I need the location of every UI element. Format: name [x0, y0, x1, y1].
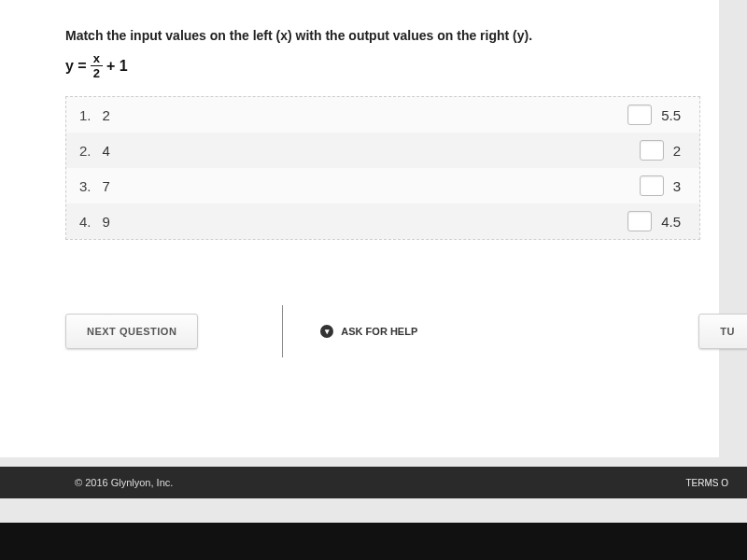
eq-rhs: + 1 [106, 58, 128, 75]
answer-slot[interactable] [640, 175, 664, 196]
input-value: 4 [103, 143, 110, 159]
fraction: x 2 [91, 52, 103, 79]
action-bar: NEXT QUESTION ▾ ASK FOR HELP TU [65, 305, 700, 357]
row-number: 1. [79, 107, 92, 123]
turn-in-button[interactable]: TU [698, 314, 747, 349]
ask-for-help-button[interactable]: ▾ ASK FOR HELP [320, 325, 417, 338]
fraction-numerator: x [91, 52, 103, 66]
input-value: 2 [103, 107, 110, 123]
input-value: 9 [103, 214, 110, 230]
match-table: 1. 2 5.5 2. 4 2 3. 7 [65, 96, 700, 240]
output-value[interactable]: 3 [673, 178, 681, 194]
answer-slot[interactable] [627, 211, 652, 231]
answer-slot[interactable] [627, 105, 652, 125]
next-question-button[interactable]: NEXT QUESTION [65, 314, 198, 349]
os-taskbar [0, 523, 747, 560]
footer: © 2016 Glynlyon, Inc. TERMS O [0, 467, 747, 498]
output-value[interactable]: 4.5 [661, 214, 681, 230]
input-value: 7 [103, 178, 110, 194]
match-row: 4. 9 4.5 [66, 203, 699, 239]
divider [282, 305, 283, 357]
instruction-text: Match the input values on the left (x) w… [65, 28, 719, 43]
output-value[interactable]: 5.5 [661, 107, 681, 123]
row-number: 3. [79, 178, 92, 194]
arrow-down-icon: ▾ [320, 325, 333, 338]
match-row: 1. 2 5.5 [66, 97, 699, 133]
answer-slot[interactable] [640, 140, 664, 161]
row-number: 4. [79, 214, 92, 230]
eq-lhs: y = [65, 58, 87, 75]
output-value[interactable]: 2 [673, 143, 681, 159]
terms-link[interactable]: TERMS O [685, 478, 728, 488]
help-label: ASK FOR HELP [341, 326, 417, 337]
content-area: Match the input values on the left (x) w… [0, 0, 719, 457]
copyright-text: © 2016 Glynlyon, Inc. [75, 477, 173, 488]
match-row: 2. 4 2 [66, 133, 699, 168]
match-row: 3. 7 3 [66, 168, 699, 203]
equation: y = x 2 + 1 [65, 52, 719, 79]
row-number: 2. [79, 143, 92, 159]
fraction-denominator: 2 [91, 66, 103, 79]
